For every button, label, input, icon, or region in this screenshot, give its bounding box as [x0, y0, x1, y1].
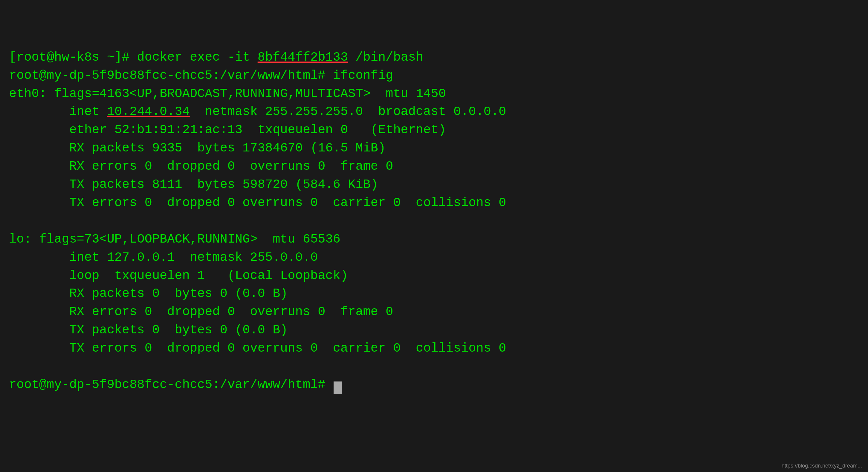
line-eth0-tx-packets: TX packets 8111 bytes 598720 (584.6 KiB) [9, 176, 859, 194]
line-lo-flags: lo: flags=73<UP,LOOPBACK,RUNNING> mtu 65… [9, 230, 859, 248]
line-docker-exec: [root@hw-k8s ~]# docker exec -it 8bf44ff… [9, 48, 859, 67]
line-lo-rx-packets: RX packets 0 bytes 0 (0.0 B) [9, 285, 859, 303]
line-eth0-flags: eth0: flags=4163<UP,BROADCAST,RUNNING,MU… [9, 85, 859, 103]
line-eth0-rx-packets: RX packets 9335 bytes 17384670 (16.5 MiB… [9, 139, 859, 158]
terminal-content: [root@hw-k8s ~]# docker exec -it 8bf44ff… [9, 48, 859, 394]
line-eth0-tx-errors: TX errors 0 dropped 0 overruns 0 carrier… [9, 194, 859, 212]
line-lo-loop: loop txqueuelen 1 (Local Loopback) [9, 267, 859, 285]
final-prompt-text: root@my-dp-5f9bc88fcc-chcc5:/var/www/htm… [9, 378, 333, 392]
line-final-prompt: root@my-dp-5f9bc88fcc-chcc5:/var/www/htm… [9, 376, 859, 394]
line-ifconfig-cmd: root@my-dp-5f9bc88fcc-chcc5:/var/www/htm… [9, 67, 859, 85]
empty-line-2 [9, 358, 859, 376]
line-lo-tx-errors: TX errors 0 dropped 0 overruns 0 carrier… [9, 339, 859, 358]
prompt-1: [root@hw-k8s ~]# docker exec -it [9, 50, 258, 65]
line-eth0-ether: ether 52:b1:91:21:ac:13 txqueuelen 0 (Et… [9, 121, 859, 139]
prompt-1-end: /bin/bash [348, 50, 423, 65]
line-lo-rx-errors: RX errors 0 dropped 0 overruns 0 frame 0 [9, 303, 859, 321]
line-lo-inet: inet 127.0.0.1 netmask 255.0.0.0 [9, 248, 859, 267]
line-eth0-rx-errors: RX errors 0 dropped 0 overruns 0 frame 0 [9, 158, 859, 176]
terminal-cursor [334, 381, 342, 394]
empty-line-1 [9, 212, 859, 230]
line-eth0-inet: inet 10.244.0.34 netmask 255.255.255.0 b… [9, 103, 859, 121]
terminal-window: [root@hw-k8s ~]# docker exec -it 8bf44ff… [0, 0, 868, 472]
eth0-inet-prefix: inet [9, 105, 107, 119]
eth0-inet-suffix: netmask 255.255.255.0 broadcast 0.0.0.0 [190, 105, 506, 119]
container-id: 8bf44ff2b133 [258, 50, 348, 65]
line-lo-tx-packets: TX packets 0 bytes 0 (0.0 B) [9, 321, 859, 339]
eth0-ip-address: 10.244.0.34 [107, 105, 190, 119]
watermark: https://blog.csdn.net/xyz_dream... [782, 462, 862, 470]
